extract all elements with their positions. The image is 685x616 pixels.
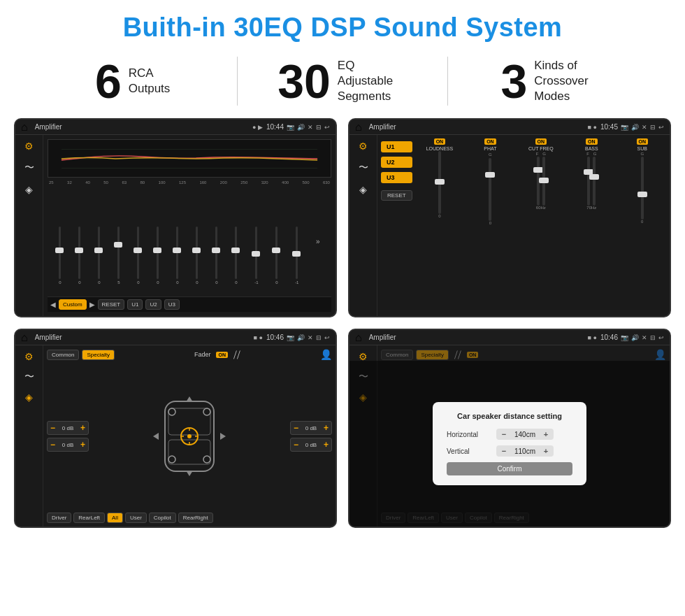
fader-on-badge[interactable]: ON xyxy=(216,352,228,358)
fader-slider-h[interactable]: ⧸⧸ xyxy=(233,350,240,359)
sub-slider[interactable] xyxy=(641,157,644,220)
reset-btn-crossover[interactable]: RESET xyxy=(381,190,412,201)
common-tab[interactable]: Common xyxy=(47,350,79,360)
user-btn[interactable]: User xyxy=(125,513,147,523)
vertical-plus[interactable]: + xyxy=(541,447,551,455)
close-icon-3[interactable]: ✕ xyxy=(308,334,313,341)
phat-slider[interactable] xyxy=(489,158,491,221)
vertical-minus[interactable]: − xyxy=(499,447,509,455)
sub-on[interactable]: ON xyxy=(637,138,649,145)
u3-btn[interactable]: U3 xyxy=(164,299,180,310)
vol-icon-left[interactable]: ◈ xyxy=(25,184,33,195)
eq-icon[interactable]: ⚙ xyxy=(24,141,34,152)
channel-strips: ON LOUDNESS 0 ON PHAT G xyxy=(416,138,666,313)
cutfreq-on[interactable]: ON xyxy=(535,138,547,145)
custom-btn[interactable]: Custom xyxy=(59,299,87,310)
driver-btn[interactable]: Driver xyxy=(47,513,71,523)
dialog-overlay: Car speaker distance setting Horizontal … xyxy=(349,361,670,527)
eq-icon-3[interactable]: ⚙ xyxy=(24,351,34,362)
rearright-btn[interactable]: RearRight xyxy=(178,513,213,523)
minimize-icon-3[interactable]: ⊟ xyxy=(316,334,322,341)
eq-screen-content: ⚙ 〜 ◈ xyxy=(15,135,336,316)
fl-plus[interactable]: + xyxy=(80,423,85,433)
eq-slider-2[interactable]: 0 xyxy=(98,227,100,296)
rr-minus[interactable]: − xyxy=(294,440,298,450)
eq-slider-1[interactable]: 0 xyxy=(78,227,80,296)
specialty-tab[interactable]: Specialty xyxy=(82,350,114,360)
eq-slider-11[interactable]: 0 xyxy=(275,227,277,296)
wave-icon[interactable]: 〜 xyxy=(24,162,34,174)
eq-slider-6[interactable]: 0 xyxy=(176,227,178,296)
eq-slider-5[interactable]: 0 xyxy=(157,227,159,296)
fl-minus[interactable]: − xyxy=(50,423,55,433)
home-icon-1[interactable]: ⌂ xyxy=(21,121,28,134)
crossover-content: ⚙ 〜 ◈ U1 U2 U3 RESET xyxy=(349,135,670,316)
u2-btn[interactable]: U2 xyxy=(145,299,161,310)
minimize-icon-4[interactable]: ⊟ xyxy=(650,334,656,341)
eq-slider-9[interactable]: 0 xyxy=(235,227,237,296)
person-icon: 👤 xyxy=(320,349,332,360)
eq-slider-0[interactable]: 0 xyxy=(59,227,61,296)
home-icon-3[interactable]: ⌂ xyxy=(21,331,28,344)
close-icon-2[interactable]: ✕ xyxy=(642,124,647,131)
wave-icon-2[interactable]: 〜 xyxy=(359,162,368,174)
horizontal-plus[interactable]: + xyxy=(541,430,551,438)
u1-select[interactable]: U1 xyxy=(381,141,412,152)
screen4-content: ⚙ 〜 ◈ Common Specialty ⧸⧸ ON 👤 xyxy=(349,345,670,527)
all-btn[interactable]: All xyxy=(107,513,123,523)
rr-plus[interactable]: + xyxy=(324,440,329,450)
svg-marker-17 xyxy=(186,471,193,476)
specialty-tab-4: Specialty xyxy=(416,350,448,360)
phat-on[interactable]: ON xyxy=(484,138,496,145)
u1-btn[interactable]: U1 xyxy=(127,299,143,310)
fr-plus[interactable]: + xyxy=(324,423,329,433)
eq-icon-2[interactable]: ⚙ xyxy=(359,141,368,152)
home-icon-4[interactable]: ⌂ xyxy=(355,331,362,344)
minimize-icon-1[interactable]: ⊟ xyxy=(316,124,322,131)
app-name-4: Amplifier xyxy=(369,334,584,341)
loudness-on[interactable]: ON xyxy=(434,138,446,145)
back-icon-1[interactable]: ↩ xyxy=(324,124,330,131)
close-icon-1[interactable]: ✕ xyxy=(308,124,313,131)
time-1: 10:44 xyxy=(266,123,284,131)
loudness-slider[interactable] xyxy=(438,151,441,214)
confirm-button[interactable]: Confirm xyxy=(447,462,572,475)
reset-btn-eq[interactable]: RESET xyxy=(98,299,125,310)
cutfreq-slider-2[interactable] xyxy=(542,157,545,206)
eq-slider-7[interactable]: 0 xyxy=(196,227,198,296)
minimize-icon-2[interactable]: ⊟ xyxy=(650,124,656,131)
u3-select[interactable]: U3 xyxy=(381,172,412,183)
copilot-btn[interactable]: Copilot xyxy=(149,513,176,523)
rl-minus[interactable]: − xyxy=(50,440,55,450)
vol-icon-3[interactable]: ◈ xyxy=(25,392,33,403)
eq-slider-3[interactable]: 5 xyxy=(117,227,120,296)
close-icon-4[interactable]: ✕ xyxy=(642,334,647,341)
u2-select[interactable]: U2 xyxy=(381,157,412,168)
next-btn[interactable]: ▶ xyxy=(89,301,95,308)
svg-point-14 xyxy=(168,456,175,463)
dialog-title: Car speaker distance setting xyxy=(447,412,572,420)
horizontal-minus[interactable]: − xyxy=(499,430,509,438)
vol-icon-2[interactable]: ◈ xyxy=(359,184,367,195)
back-icon-3[interactable]: ↩ xyxy=(324,334,330,341)
eq-slider-12[interactable]: -1 xyxy=(295,227,298,296)
rearleft-btn[interactable]: RearLeft xyxy=(73,513,105,523)
bass-slider-1[interactable] xyxy=(587,157,590,206)
prev-btn[interactable]: ◀ xyxy=(50,301,56,308)
eq-slider-8[interactable]: 0 xyxy=(215,227,217,296)
fr-minus[interactable]: − xyxy=(294,423,298,433)
back-icon-2[interactable]: ↩ xyxy=(658,124,664,131)
eq-slider-10[interactable]: -1 xyxy=(254,227,258,296)
bass-on[interactable]: ON xyxy=(586,138,598,145)
back-icon-4[interactable]: ↩ xyxy=(658,334,664,341)
more-icon[interactable]: » xyxy=(316,238,320,245)
horizontal-label: Horizontal xyxy=(447,431,492,438)
bass-slider-2[interactable] xyxy=(593,157,596,206)
status-icons-1: 10:44 📷 🔊 ✕ ⊟ ↩ xyxy=(266,123,330,131)
wave-icon-3[interactable]: 〜 xyxy=(24,371,34,383)
fl-value: 0 dB xyxy=(58,425,78,431)
home-icon-2[interactable]: ⌂ xyxy=(355,121,362,134)
eq-slider-4[interactable]: 0 xyxy=(137,227,139,296)
rl-plus[interactable]: + xyxy=(80,440,85,450)
car-diagram-area: − 0 dB + − 0 dB + xyxy=(47,363,332,510)
